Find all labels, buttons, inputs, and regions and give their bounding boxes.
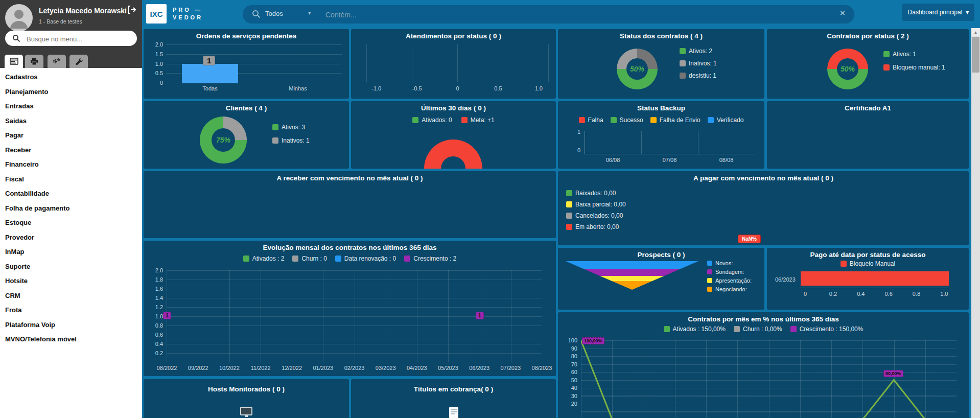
legend-item: Inativos: 1	[680, 60, 717, 67]
scrollbar-up-arrow[interactable]: ▲	[971, 28, 980, 36]
gears-icon	[52, 58, 61, 65]
legend-label: Ativados: 0	[422, 117, 452, 124]
legend-item: Negociando:	[707, 286, 752, 292]
sidebar-menu-item[interactable]: Fiscal	[0, 172, 142, 187]
x-tick-label: 01/2023	[308, 365, 339, 371]
sidebar-menu-item[interactable]: Pagar	[0, 128, 142, 143]
horizontal-bar	[801, 271, 949, 286]
y-tick-label: 70	[571, 361, 577, 367]
card-title: Pago até data por status de acesso	[767, 251, 969, 259]
tab-menu[interactable]	[5, 55, 23, 68]
legend-swatch	[292, 256, 298, 262]
y-tick-label: 0.8	[155, 322, 163, 329]
y-tick-label: 20	[571, 401, 577, 407]
x-tick-label: 10/2022	[214, 365, 245, 371]
legend-item: Ativados : 2	[243, 255, 285, 262]
sidebar-menu-item[interactable]: Hotsite	[0, 274, 142, 289]
legend-label: Ativos: 1	[893, 51, 916, 58]
legend-label: Sucesso	[620, 117, 643, 124]
sidebar-menu-item[interactable]: Planejamento	[0, 85, 142, 100]
y-tick-label: 1.0	[155, 61, 163, 67]
sidebar-menu-item[interactable]: Receber	[0, 143, 142, 158]
card-ultimos-30-dias: Últimos 30 dias ( 0 ) Ativados: 0Meta: +…	[351, 101, 556, 169]
x-tick-label: 07/08	[641, 157, 698, 163]
legend-item: Ativados : 150,00%	[664, 326, 726, 333]
x-tick-label: 0	[791, 291, 819, 297]
dashboard-selector[interactable]: Dashboard principal ▾	[902, 4, 974, 21]
sidebar-menu-item[interactable]: Frota	[0, 303, 142, 318]
chevron-down-icon[interactable]: ▾	[308, 10, 311, 16]
card-title: Prospects ( 0 )	[558, 251, 764, 259]
x-axis	[585, 154, 755, 154]
logout-icon[interactable]	[127, 5, 136, 14]
sidebar-menu-item[interactable]: Cadastros	[0, 70, 142, 85]
dashboard: Ordens de serviços pendentes 2.01.51.00.…	[142, 28, 980, 418]
sidebar-menu-item[interactable]: Plataforma Voip	[0, 318, 142, 333]
x-axis	[801, 288, 949, 288]
x-tick-label: 06/2023	[464, 365, 495, 371]
plot-area: 1 1	[167, 270, 542, 362]
vertical-scrollbar[interactable]: ▲	[971, 28, 980, 418]
x-category-label: Minhas	[254, 85, 342, 91]
legend-item: Falha de Envio	[650, 117, 701, 124]
x-tick-label: 0.6	[875, 291, 902, 297]
x-tick-label: 04/2023	[401, 365, 432, 371]
card-title: A receber com vencimento no mês atual ( …	[144, 174, 556, 182]
sidebar-tabs	[0, 55, 142, 68]
tab-tools[interactable]	[69, 55, 88, 68]
legend-label: desistiu: 1	[689, 72, 716, 79]
x-tick-label: 05/2023	[432, 365, 463, 371]
legend-label: Ativados : 2	[252, 255, 285, 262]
search-scope-dropdown[interactable]: Todos	[265, 10, 283, 17]
legend-label: Baixados: 0,00	[575, 190, 616, 197]
legend-item: Inativos: 1	[272, 137, 310, 144]
donut-center-label: 50%	[837, 58, 858, 80]
y-tick-label: 1.4	[155, 295, 163, 301]
sidebar-menu-item[interactable]: Saidas	[0, 114, 142, 129]
card-title: Contratos por status ( 2 )	[767, 32, 969, 40]
bar-value-label: 1	[203, 56, 215, 65]
menu-search-input[interactable]	[26, 31, 132, 47]
sidebar-menu-item[interactable]: Financeiro	[0, 157, 142, 172]
x-tick-label: 0.4	[847, 291, 875, 297]
gridline	[641, 131, 642, 154]
x-tick-label: 08/2022	[151, 365, 182, 371]
document-icon	[448, 407, 459, 418]
legend-swatch	[680, 60, 686, 66]
card-pago-ate-data: Pago até data por status de acesso Bloqu…	[767, 248, 969, 310]
y-tick-label: 0.5	[155, 70, 163, 76]
sidebar-menu-item[interactable]: Suporte	[0, 260, 142, 274]
sidebar-menu-item[interactable]: Provedor	[0, 230, 142, 245]
sidebar-menu-item[interactable]: Folha de pagamento	[0, 201, 142, 216]
sidebar-menu-item[interactable]: Estoque	[0, 216, 142, 230]
sidebar-menu-item[interactable]: Entradas	[0, 99, 142, 114]
sidebar-menu-item[interactable]: Contabilidade	[0, 187, 142, 201]
legend-item: Sucesso	[611, 117, 643, 124]
legend-swatch	[707, 269, 712, 274]
sidebar-menu-item[interactable]: InMap	[0, 245, 142, 260]
y-tick-label: 0.2	[155, 350, 163, 356]
global-search-input[interactable]	[324, 7, 914, 23]
legend-swatch	[734, 326, 740, 332]
legend-swatch	[611, 117, 617, 123]
data-point-label: 100,00%	[582, 337, 604, 344]
legend-item: Falha	[579, 117, 603, 124]
tab-print[interactable]	[25, 55, 43, 68]
x-tick-label: 07/2023	[495, 365, 526, 371]
y-tick-label: 60	[571, 369, 577, 375]
donut-center-label: 50%	[626, 58, 648, 80]
legend-item: Data renovação : 0	[335, 255, 396, 262]
bar-todas	[182, 64, 238, 83]
clear-search-icon[interactable]: ×	[840, 8, 845, 18]
legend-item: Bloqueio manual: 1	[883, 64, 945, 71]
sidebar-menu-item[interactable]: MVNO/Telefonia móvel	[0, 332, 142, 347]
donut-chart: 50%	[827, 49, 868, 89]
legend-swatch	[243, 256, 249, 262]
sidebar-menu-item[interactable]: CRM	[0, 289, 142, 304]
tab-settings[interactable]	[48, 55, 66, 68]
legend-swatch	[404, 256, 410, 262]
x-tick-label: 06/08	[585, 157, 641, 163]
scrollbar-thumb[interactable]	[972, 37, 979, 73]
y-tick-label: 1.2	[155, 304, 163, 310]
x-tick-label: 03/2023	[370, 365, 401, 371]
